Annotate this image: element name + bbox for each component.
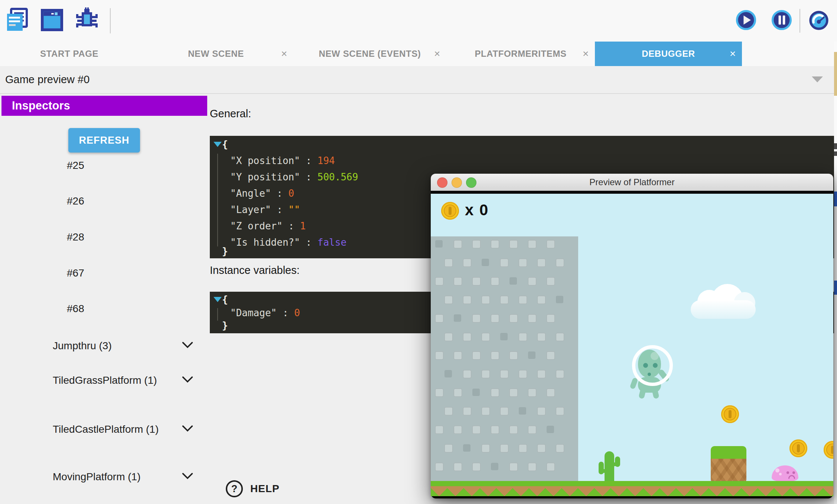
grass-platform-block [711, 446, 746, 482]
tab-label: PLATFORMERITEMS [475, 49, 566, 59]
refresh-button[interactable]: REFRESH [68, 128, 140, 153]
group-label: MovingPlatform (1) [53, 471, 164, 483]
gutter-mark [834, 281, 837, 295]
chevron-down-icon[interactable] [812, 76, 823, 82]
gutter-mark [834, 143, 837, 149]
preview-window-border [431, 191, 833, 194]
gutter-mark [834, 52, 837, 96]
chevron-down-icon[interactable] [181, 341, 194, 349]
game-canvas[interactable]: x 0 [431, 194, 833, 496]
toolbar-divider [110, 8, 111, 33]
tab-label: START PAGE [40, 49, 98, 59]
inspectors-header: Inspectors [1, 96, 207, 116]
group-label: TiledGrassPlatform (1) [53, 374, 164, 387]
inspector-group-tiledgrassplatform[interactable]: TiledGrassPlatform (1) [53, 374, 198, 387]
tab-start-page[interactable]: START PAGE [0, 42, 139, 66]
inspector-item-25[interactable]: #25 [67, 158, 171, 173]
collapse-triangle-icon[interactable] [214, 142, 222, 147]
json-line-y-position: "Y position" : 500.569 [230, 171, 358, 183]
scene-window-icon[interactable] [41, 9, 63, 32]
toolbar-divider [799, 9, 800, 33]
gutter-mark [834, 151, 837, 156]
preview-window-titlebar[interactable]: Preview of Platformer [431, 174, 833, 191]
json-line-damage: "Damage" : 0 [230, 307, 300, 318]
game-preview-selector[interactable]: Game preview #0 [0, 66, 837, 94]
tab-close-icon[interactable]: × [281, 42, 287, 66]
debugger-bug-icon[interactable] [75, 7, 99, 33]
inspector-item-28[interactable]: #28 [67, 230, 171, 245]
instance-variables-title: Instance variables: [210, 264, 300, 276]
json-close-brace: } [222, 320, 228, 331]
question-mark-icon: ? [226, 480, 243, 497]
coin-sprite [824, 441, 833, 459]
preview-window: Preview of Platformer x 0 [431, 174, 833, 498]
inspector-group-tiledcastleplatform[interactable]: TiledCastlePlatform (1) [53, 423, 198, 436]
cactus-sprite [599, 451, 620, 482]
cloud-sprite [691, 284, 756, 319]
json-line-x-position: "X position" : 194 [230, 155, 335, 166]
tab-label: NEW SCENE [188, 49, 244, 59]
indent-guide [217, 308, 218, 321]
help-button[interactable]: ? HELP [226, 480, 280, 497]
json-line-layer: "Layer" : "" [230, 204, 300, 215]
inspector-item-26[interactable]: #26 [67, 194, 171, 209]
gutter-mark [834, 192, 837, 206]
tab-label: NEW SCENE (EVENTS) [319, 49, 421, 59]
tab-platformeritems[interactable]: PLATFORMERITEMS × [446, 42, 595, 66]
json-line-z-order: "Z order" : 1 [230, 220, 306, 232]
group-label: Jumpthru (3) [53, 340, 164, 352]
coin-sprite [789, 439, 807, 457]
tab-close-icon[interactable]: × [583, 42, 589, 66]
game-preview-selector-label: Game preview #0 [5, 66, 89, 93]
json-close-brace: } [222, 246, 228, 257]
right-scroll-gutter[interactable] [834, 42, 837, 504]
group-label: TiledCastlePlatform (1) [53, 423, 164, 436]
collapse-triangle-icon[interactable] [214, 297, 222, 302]
pause-icon[interactable] [771, 10, 792, 32]
speed-gauge-icon[interactable] [809, 10, 829, 32]
gdevelop-app-window: START PAGE NEW SCENE × NEW SCENE (EVENTS… [0, 0, 837, 504]
chevron-down-icon[interactable] [181, 425, 194, 433]
inspector-group-movingplatform[interactable]: MovingPlatform (1) [53, 471, 198, 483]
play-icon[interactable] [736, 10, 756, 32]
inspector-item-68[interactable]: #68 [67, 301, 171, 316]
ground-grass [431, 481, 833, 486]
ground-dirt-zigzag [431, 486, 833, 496]
coin-counter: x 0 [465, 201, 489, 219]
castle-wall [431, 236, 578, 496]
json-line-is-hidden: "Is hidden?" : false [230, 237, 346, 248]
inspectors-title: Inspectors [12, 99, 70, 112]
main-toolbar [0, 0, 837, 42]
general-section-title: General: [210, 108, 251, 120]
tab-bar: START PAGE NEW SCENE × NEW SCENE (EVENTS… [0, 42, 837, 66]
inspector-group-jumpthru[interactable]: Jumpthru (3) [53, 340, 198, 352]
tab-close-icon[interactable]: × [434, 42, 440, 66]
inspector-item-67[interactable]: #67 [67, 266, 171, 281]
alien-player-character [631, 345, 668, 397]
preview-window-title: Preview of Platformer [431, 174, 833, 191]
tab-label: DEBUGGER [642, 49, 695, 59]
tab-debugger[interactable]: DEBUGGER × [595, 42, 742, 66]
chevron-down-icon[interactable] [181, 472, 194, 480]
json-line-angle: "Angle" : 0 [230, 188, 294, 199]
json-open-brace: { [222, 294, 228, 305]
help-label: HELP [250, 483, 280, 495]
project-manager-icon[interactable] [5, 7, 29, 34]
coin-icon [441, 202, 459, 220]
coin-sprite [721, 405, 739, 423]
chevron-down-icon[interactable] [181, 376, 194, 384]
tab-new-scene-events[interactable]: NEW SCENE (EVENTS) × [293, 42, 446, 66]
json-open-brace: { [222, 139, 228, 150]
tab-new-scene[interactable]: NEW SCENE × [139, 42, 293, 66]
slime-enemy [772, 465, 798, 482]
tab-close-icon[interactable]: × [730, 42, 736, 66]
indent-guide [217, 154, 218, 246]
